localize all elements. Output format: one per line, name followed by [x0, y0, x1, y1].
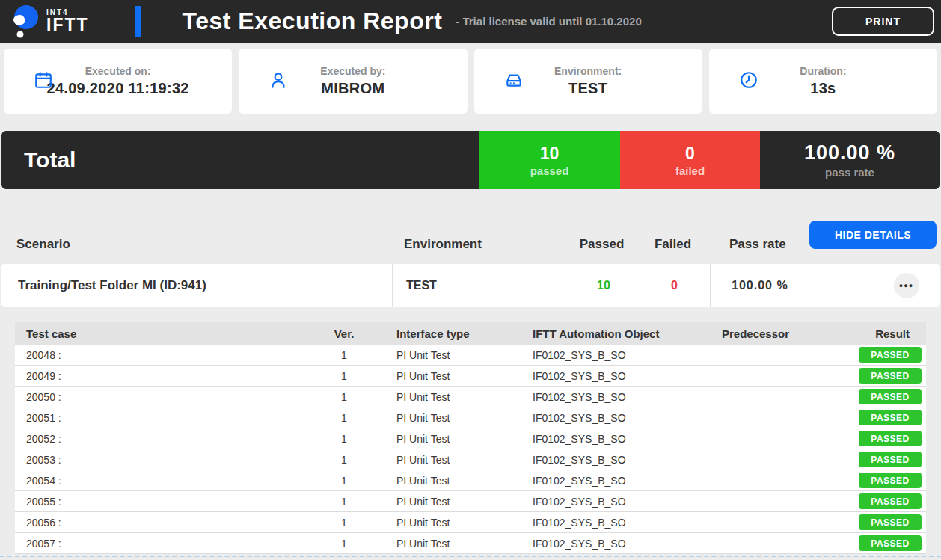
version-cell: 1 — [318, 349, 370, 361]
card-duration: Duration: 13s — [709, 49, 937, 114]
testcase-id-cell: 20049 : — [15, 370, 318, 382]
environment-column-header: Environment — [390, 237, 566, 255]
scenario-failed-count: 0 — [639, 264, 710, 307]
automation-object-cell: IF0102_SYS_B_SO — [505, 496, 692, 508]
scenario-pass-rate: 100.00 % — [710, 264, 873, 307]
testcase-id-cell: 20051 : — [15, 412, 318, 424]
passed-column-header: Passed — [566, 237, 637, 255]
failed-label: failed — [675, 164, 705, 177]
card-label: Executed on: — [46, 65, 188, 77]
interface-type-cell: PI Unit Test — [370, 391, 505, 403]
user-icon — [269, 70, 288, 93]
testcase-table-header: Test case Ver. Interface type IFTT Autom… — [15, 322, 926, 345]
automation-object-cell: IF0102_SYS_B_SO — [505, 391, 692, 403]
card-value: MIBROM — [320, 80, 385, 97]
testcase-header-version: Ver. — [318, 327, 370, 340]
interface-type-cell: PI Unit Test — [370, 454, 505, 466]
testcase-header-predecessor: Predecessor — [692, 327, 834, 340]
top-header-bar: INT4 IFTT Test Execution Report - Trial … — [0, 0, 941, 43]
testcase-header-result: Result — [834, 327, 926, 340]
logo-text-bottom: IFTT — [46, 16, 89, 34]
table-row: 20048 : 1 PI Unit Test IF0102_SYS_B_SO P… — [15, 345, 926, 366]
table-row: 20055 : 1 PI Unit Test IF0102_SYS_B_SO P… — [15, 491, 926, 512]
card-label: Duration: — [800, 65, 846, 77]
failed-column-header: Failed — [637, 237, 708, 255]
automation-object-cell: IF0102_SYS_B_SO — [505, 538, 692, 550]
version-cell: 1 — [318, 370, 370, 382]
card-environment: Environment: TEST — [474, 49, 702, 114]
testcase-id-cell: 20054 : — [15, 475, 318, 487]
card-value: TEST — [554, 80, 622, 97]
table-row: 20054 : 1 PI Unit Test IF0102_SYS_B_SO P… — [15, 470, 926, 491]
failed-count: 0 — [685, 144, 695, 164]
testcase-header-test-case: Test case — [15, 327, 318, 340]
card-value: 13s — [800, 80, 846, 97]
total-title: Total — [1, 147, 76, 173]
print-button[interactable]: PRINT — [832, 7, 934, 36]
testcase-id-cell: 20050 : — [15, 391, 318, 403]
table-row: 20051 : 1 PI Unit Test IF0102_SYS_B_SO P… — [15, 407, 926, 428]
testcase-id-cell: 20052 : — [15, 433, 318, 445]
table-row: 20053 : 1 PI Unit Test IF0102_SYS_B_SO P… — [15, 449, 926, 470]
version-cell: 1 — [318, 538, 370, 550]
hide-details-button[interactable]: HIDE DETAILS — [809, 221, 937, 249]
testcase-id-cell: 20053 : — [15, 454, 318, 466]
interface-type-cell: PI Unit Test — [370, 538, 505, 550]
table-row: 20057 : 1 PI Unit Test IF0102_SYS_B_SO P… — [15, 533, 926, 554]
testcase-table-body: 20048 : 1 PI Unit Test IF0102_SYS_B_SO P… — [15, 345, 926, 554]
automation-object-cell: IF0102_SYS_B_SO — [505, 433, 692, 445]
scenario-row: Training/Test Folder MI (ID:941) TEST 10… — [1, 264, 940, 307]
result-badge: PASSED — [859, 452, 922, 467]
table-row: 20056 : 1 PI Unit Test IF0102_SYS_B_SO P… — [15, 512, 926, 533]
interface-type-cell: PI Unit Test — [370, 475, 505, 487]
result-badge: PASSED — [859, 514, 922, 530]
testcase-id-cell: 20055 : — [15, 496, 318, 508]
automation-object-cell: IF0102_SYS_B_SO — [505, 517, 692, 529]
version-cell: 1 — [318, 517, 370, 529]
passed-segment: 10 passed — [479, 131, 620, 189]
passed-count: 10 — [540, 144, 560, 164]
testcase-id-cell: 20057 : — [15, 538, 318, 550]
automation-object-cell: IF0102_SYS_B_SO — [505, 349, 692, 361]
passed-label: passed — [530, 164, 569, 177]
more-options-button[interactable]: ●●● — [894, 273, 919, 298]
testcase-id-cell: 20056 : — [15, 517, 318, 529]
automation-object-cell: IF0102_SYS_B_SO — [505, 454, 692, 466]
automation-object-cell: IF0102_SYS_B_SO — [505, 475, 692, 487]
card-label: Executed by: — [320, 65, 385, 77]
interface-type-cell: PI Unit Test — [370, 496, 505, 508]
automation-object-cell: IF0102_SYS_B_SO — [505, 412, 692, 424]
result-badge: PASSED — [859, 493, 922, 509]
failed-segment: 0 failed — [620, 131, 760, 189]
interface-type-cell: PI Unit Test — [370, 349, 505, 361]
interface-type-cell: PI Unit Test — [370, 370, 505, 382]
table-row: 20049 : 1 PI Unit Test IF0102_SYS_B_SO P… — [15, 366, 926, 387]
clock-icon — [739, 70, 758, 93]
table-row: 20052 : 1 PI Unit Test IF0102_SYS_B_SO P… — [15, 428, 926, 449]
info-cards: Executed on: 24.09.2020 11:19:32 Execute… — [0, 43, 941, 114]
testcase-id-cell: 20048 : — [15, 349, 318, 361]
logo-text: INT4 IFTT — [46, 9, 89, 34]
automation-object-cell: IF0102_SYS_B_SO — [505, 370, 692, 382]
card-label: Environment: — [554, 65, 622, 77]
table-row: 20050 : 1 PI Unit Test IF0102_SYS_B_SO P… — [15, 387, 926, 407]
testcase-header-interface-type: Interface type — [370, 327, 505, 340]
scenario-passed-count: 10 — [568, 264, 639, 307]
result-badge: PASSED — [859, 368, 922, 384]
interface-type-cell: PI Unit Test — [370, 433, 505, 445]
card-value: 24.09.2020 11:19:32 — [46, 80, 188, 97]
version-cell: 1 — [318, 496, 370, 508]
version-cell: 1 — [318, 391, 370, 403]
total-spacer — [76, 131, 479, 189]
testcase-header-automation-object: IFTT Automation Object — [505, 327, 692, 340]
version-cell: 1 — [318, 475, 370, 487]
result-badge: PASSED — [859, 473, 922, 488]
scenario-summary-header: Scenario Environment Passed Failed Pass … — [0, 221, 941, 255]
scenario-column-header: Scenario — [0, 237, 390, 255]
version-cell: 1 — [318, 433, 370, 445]
interface-type-cell: PI Unit Test — [370, 517, 505, 529]
result-badge: PASSED — [859, 431, 922, 446]
result-badge: PASSED — [859, 389, 922, 404]
logo-icon — [7, 3, 42, 40]
scenario-name: Training/Test Folder MI (ID:941) — [1, 264, 392, 307]
